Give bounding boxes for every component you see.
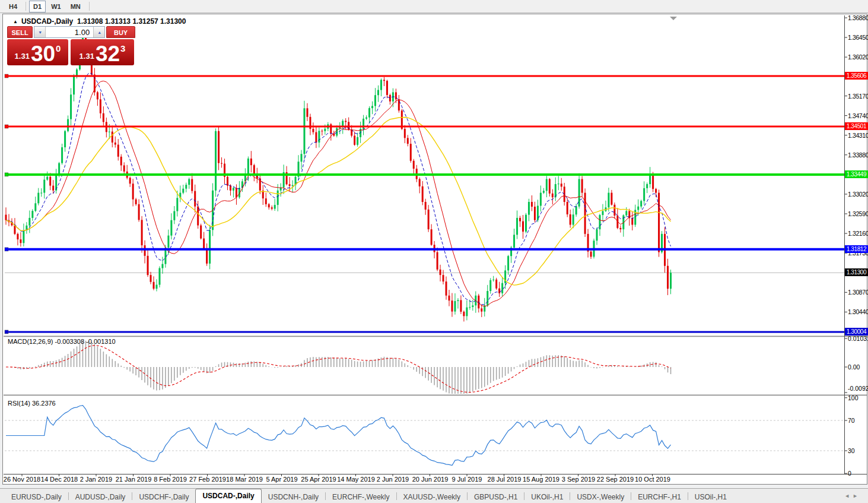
chart-tab-gbpusd--h1[interactable]: GBPUSD-,H1 <box>468 491 524 503</box>
chart-title: ▲USDCAD-,Daily 1.31308 1.31313 1.31257 1… <box>13 17 186 26</box>
candle <box>377 90 379 96</box>
volume-input[interactable] <box>46 27 93 37</box>
candle <box>608 193 609 208</box>
candle <box>52 186 54 191</box>
candle <box>619 228 621 229</box>
toolbar-separator <box>89 2 90 11</box>
tab-scroll-arrows[interactable]: ◄► <box>844 493 861 499</box>
ray-anchor-marker <box>5 248 8 251</box>
chart-ohlc-values: 1.31308 1.31313 1.31257 1.31300 <box>77 17 186 26</box>
candle <box>516 218 518 235</box>
rsi-line <box>6 406 671 466</box>
candle <box>371 106 373 108</box>
candle <box>440 270 441 275</box>
candle <box>147 256 149 275</box>
candle <box>543 191 545 192</box>
candle <box>410 144 412 161</box>
macd-group <box>6 341 671 394</box>
level-price-badge: 1.34501 <box>845 122 868 130</box>
price-tick-label: 1.32590 <box>848 210 868 217</box>
candle <box>253 165 255 175</box>
candle <box>268 204 270 207</box>
candle <box>457 300 459 301</box>
sell-price-main: 30 <box>31 45 55 63</box>
candle <box>97 92 98 99</box>
candle <box>167 236 169 248</box>
volume-decrease-button[interactable]: ▼ <box>34 27 46 37</box>
price-tick-label: 1.35170 <box>848 93 868 100</box>
candle <box>567 202 568 214</box>
price-tick-label: 1.32160 <box>848 230 868 237</box>
timeframe-button-h4[interactable]: H4 <box>5 1 21 12</box>
candle <box>386 81 388 95</box>
candle <box>31 211 33 218</box>
chart-tab-eurusd--daily[interactable]: EURUSD-,Daily <box>5 491 68 503</box>
candle <box>552 194 554 198</box>
candle <box>422 186 424 202</box>
chart-tab-usdcad--daily[interactable]: USDCAD-,Daily <box>195 489 261 503</box>
candle <box>513 235 515 248</box>
chart-tab-eurchf--weekly[interactable]: EURCHF-,Weekly <box>326 491 396 503</box>
candle <box>117 145 119 157</box>
candle <box>425 202 427 210</box>
candle <box>312 129 314 132</box>
candle <box>407 138 409 144</box>
price-tick-label: 1.34740 <box>848 112 868 119</box>
trade-prices-row: 1.31 30 0 1.31 32 3 <box>7 39 135 65</box>
level-price-badge: 1.33449 <box>845 170 868 178</box>
buy-price-superscript: 3 <box>120 43 125 53</box>
candle <box>374 95 376 106</box>
candle <box>383 80 385 81</box>
ray-anchor-marker <box>5 125 8 128</box>
chart-tab-usoil--h1[interactable]: USOil-,H1 <box>688 491 733 503</box>
candle <box>655 189 657 192</box>
candle <box>460 300 462 312</box>
candle <box>182 189 184 193</box>
candle <box>324 129 326 131</box>
chart-tab-xauusd--weekly[interactable]: XAUUSD-,Weekly <box>397 491 467 503</box>
candle <box>28 218 30 226</box>
candle <box>584 193 586 234</box>
candle <box>611 193 612 205</box>
candle <box>501 283 503 293</box>
price-tick-label: 1.34310 <box>848 132 868 139</box>
macd-axis-label: 0.00 <box>848 363 868 371</box>
chart-tab-ukoil--h1[interactable]: UKOil-,H1 <box>524 491 570 503</box>
chart-tab-usdchf--daily[interactable]: USDCHF-,Daily <box>132 491 195 503</box>
candle <box>525 215 527 232</box>
timeframe-button-w1[interactable]: W1 <box>47 1 65 12</box>
chart-shift-marker-icon <box>670 17 677 20</box>
chart-tab-usdx--weekly[interactable]: USDX-,Weekly <box>570 491 631 503</box>
candle <box>176 198 178 211</box>
macd-signal-line <box>6 346 671 393</box>
timeframe-button-d1[interactable]: D1 <box>29 1 46 12</box>
sell-price-box[interactable]: 1.31 30 0 <box>7 39 68 65</box>
chart-tab-bar: EURUSD-,DailyAUDUSD-,DailyUSDCHF-,DailyU… <box>0 488 868 503</box>
candle <box>667 266 669 289</box>
candle <box>315 132 317 143</box>
candle <box>646 184 648 188</box>
candle <box>292 185 294 186</box>
chart-tab-usdcnh--daily[interactable]: USDCNH-,Daily <box>262 491 325 503</box>
price-chart-canvas[interactable] <box>0 0 868 503</box>
candle <box>73 77 75 94</box>
chart-tab-eurchf--h1[interactable]: EURCHF-,H1 <box>631 491 688 503</box>
sell-button[interactable]: SELL <box>7 26 33 38</box>
candle <box>431 229 433 245</box>
chart-tab-audusd--daily[interactable]: AUDUSD-,Daily <box>69 491 132 503</box>
current-price-badge: 1.31300 <box>845 268 868 276</box>
buy-button[interactable]: BUY <box>106 26 135 38</box>
candle <box>463 312 465 316</box>
collapse-arrow-icon[interactable]: ▲ <box>13 19 18 24</box>
candles-group <box>5 31 672 321</box>
volume-increase-button[interactable]: ▲ <box>93 27 104 37</box>
rsi-value: 36.2376 <box>32 400 56 407</box>
timeframe-button-mn[interactable]: MN <box>66 1 85 12</box>
candle <box>132 184 134 199</box>
candle <box>540 193 542 206</box>
buy-price-box[interactable]: 1.31 32 3 <box>71 39 134 65</box>
candle <box>155 284 157 289</box>
date-tick-label: 10 Oct 2019 <box>626 476 679 483</box>
ray-anchor-marker <box>5 330 8 334</box>
candle <box>289 184 291 186</box>
